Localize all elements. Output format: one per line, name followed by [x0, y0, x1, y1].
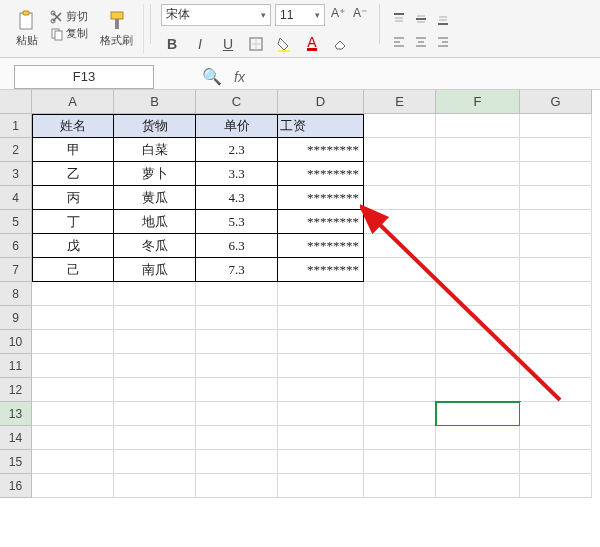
cell-G11[interactable]	[520, 354, 592, 378]
row-header-16[interactable]: 16	[0, 474, 32, 498]
col-header-G[interactable]: G	[520, 90, 592, 114]
cell-D12[interactable]	[278, 378, 364, 402]
paste-button[interactable]: 粘贴	[10, 8, 44, 50]
underline-button[interactable]: U	[217, 33, 239, 55]
row-header-10[interactable]: 10	[0, 330, 32, 354]
cell-B6[interactable]: 冬瓜	[114, 234, 196, 258]
cell-F8[interactable]	[436, 282, 520, 306]
cell-A12[interactable]	[32, 378, 114, 402]
cell-A4[interactable]: 丙	[32, 186, 114, 210]
cell-G3[interactable]	[520, 162, 592, 186]
cell-C12[interactable]	[196, 378, 278, 402]
cell-E12[interactable]	[364, 378, 436, 402]
bold-button[interactable]: B	[161, 33, 183, 55]
cell-C7[interactable]: 7.3	[196, 258, 278, 282]
cell-C4[interactable]: 4.3	[196, 186, 278, 210]
cell-D11[interactable]	[278, 354, 364, 378]
cell-B11[interactable]	[114, 354, 196, 378]
cell-G4[interactable]	[520, 186, 592, 210]
cell-D8[interactable]	[278, 282, 364, 306]
cell-D4[interactable]: ********	[278, 186, 364, 210]
cell-E7[interactable]	[364, 258, 436, 282]
cell-E11[interactable]	[364, 354, 436, 378]
cell-E8[interactable]	[364, 282, 436, 306]
cell-C5[interactable]: 5.3	[196, 210, 278, 234]
cell-E4[interactable]	[364, 186, 436, 210]
font-size-combo[interactable]: 11 ▾	[275, 4, 325, 26]
cell-F12[interactable]	[436, 378, 520, 402]
cell-G2[interactable]	[520, 138, 592, 162]
cell-D13[interactable]	[278, 402, 364, 426]
row-header-4[interactable]: 4	[0, 186, 32, 210]
format-painter-button[interactable]: 格式刷	[94, 8, 139, 50]
cell-C11[interactable]	[196, 354, 278, 378]
cell-A1[interactable]: 姓名	[32, 114, 114, 138]
cell-A5[interactable]: 丁	[32, 210, 114, 234]
cell-C2[interactable]: 2.3	[196, 138, 278, 162]
row-header-3[interactable]: 3	[0, 162, 32, 186]
cell-F3[interactable]	[436, 162, 520, 186]
cell-G14[interactable]	[520, 426, 592, 450]
cell-E14[interactable]	[364, 426, 436, 450]
cell-B5[interactable]: 地瓜	[114, 210, 196, 234]
cell-G6[interactable]	[520, 234, 592, 258]
row-header-1[interactable]: 1	[0, 114, 32, 138]
col-header-F[interactable]: F	[436, 90, 520, 114]
cell-F14[interactable]	[436, 426, 520, 450]
cell-C14[interactable]	[196, 426, 278, 450]
cell-E2[interactable]	[364, 138, 436, 162]
cell-F1[interactable]	[436, 114, 520, 138]
cell-E15[interactable]	[364, 450, 436, 474]
cell-G12[interactable]	[520, 378, 592, 402]
search-icon[interactable]: 🔍	[202, 67, 222, 86]
col-header-C[interactable]: C	[196, 90, 278, 114]
align-left-button[interactable]	[390, 33, 408, 51]
cell-D1[interactable]: 工资	[278, 114, 364, 138]
cell-E13[interactable]	[364, 402, 436, 426]
align-bottom-button[interactable]	[434, 10, 452, 28]
cell-B12[interactable]	[114, 378, 196, 402]
cell-G7[interactable]	[520, 258, 592, 282]
cell-F2[interactable]	[436, 138, 520, 162]
cell-A15[interactable]	[32, 450, 114, 474]
row-header-13[interactable]: 13	[0, 402, 32, 426]
cell-C15[interactable]	[196, 450, 278, 474]
cell-A7[interactable]: 己	[32, 258, 114, 282]
cell-A14[interactable]	[32, 426, 114, 450]
cell-F6[interactable]	[436, 234, 520, 258]
cell-B15[interactable]	[114, 450, 196, 474]
copy-button[interactable]: 复制	[48, 25, 90, 42]
row-header-14[interactable]: 14	[0, 426, 32, 450]
cell-G8[interactable]	[520, 282, 592, 306]
cell-F7[interactable]	[436, 258, 520, 282]
italic-button[interactable]: I	[189, 33, 211, 55]
borders-button[interactable]	[245, 33, 267, 55]
clear-format-button[interactable]	[329, 33, 351, 55]
cell-G16[interactable]	[520, 474, 592, 498]
row-header-9[interactable]: 9	[0, 306, 32, 330]
fill-color-button[interactable]	[273, 33, 295, 55]
font-name-combo[interactable]: 宋体 ▾	[161, 4, 271, 26]
increase-font-button[interactable]: A⁺	[329, 4, 347, 22]
row-header-15[interactable]: 15	[0, 450, 32, 474]
cell-E6[interactable]	[364, 234, 436, 258]
align-middle-button[interactable]	[412, 10, 430, 28]
cell-F15[interactable]	[436, 450, 520, 474]
cell-F10[interactable]	[436, 330, 520, 354]
cell-C8[interactable]	[196, 282, 278, 306]
row-header-8[interactable]: 8	[0, 282, 32, 306]
cell-G13[interactable]	[520, 402, 592, 426]
cut-button[interactable]: 剪切	[48, 8, 90, 25]
col-header-E[interactable]: E	[364, 90, 436, 114]
cell-D5[interactable]: ********	[278, 210, 364, 234]
cell-B3[interactable]: 萝卜	[114, 162, 196, 186]
row-header-7[interactable]: 7	[0, 258, 32, 282]
cell-E9[interactable]	[364, 306, 436, 330]
align-right-button[interactable]	[434, 33, 452, 51]
name-box[interactable]: F13	[14, 65, 154, 89]
cell-B8[interactable]	[114, 282, 196, 306]
cell-A3[interactable]: 乙	[32, 162, 114, 186]
row-header-6[interactable]: 6	[0, 234, 32, 258]
cell-F16[interactable]	[436, 474, 520, 498]
align-top-button[interactable]	[390, 10, 408, 28]
